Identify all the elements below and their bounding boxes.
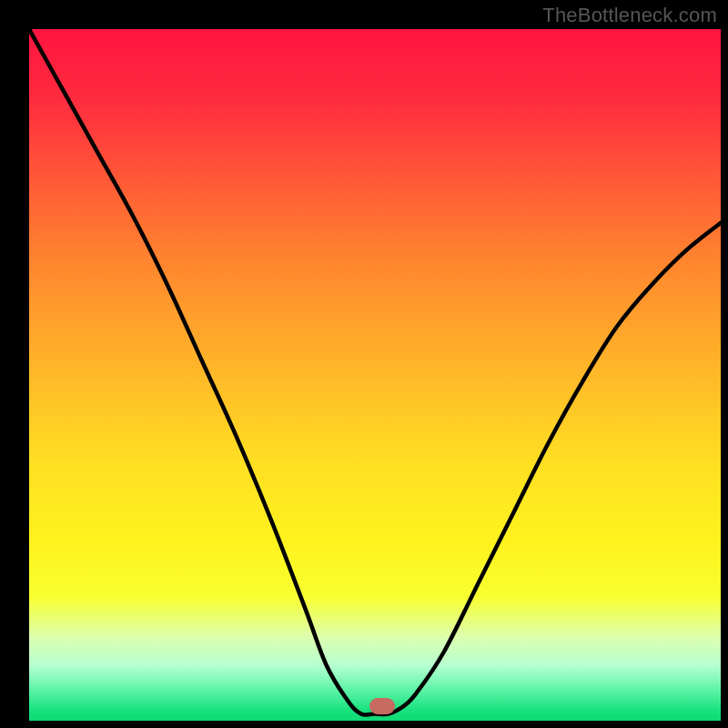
optimal-marker — [369, 698, 395, 714]
gradient-background — [29, 29, 721, 721]
plot-svg — [29, 29, 721, 721]
chart-frame: TheBottleneck.com — [0, 0, 728, 728]
watermark-text: TheBottleneck.com — [542, 4, 717, 27]
plot-area — [29, 29, 721, 721]
